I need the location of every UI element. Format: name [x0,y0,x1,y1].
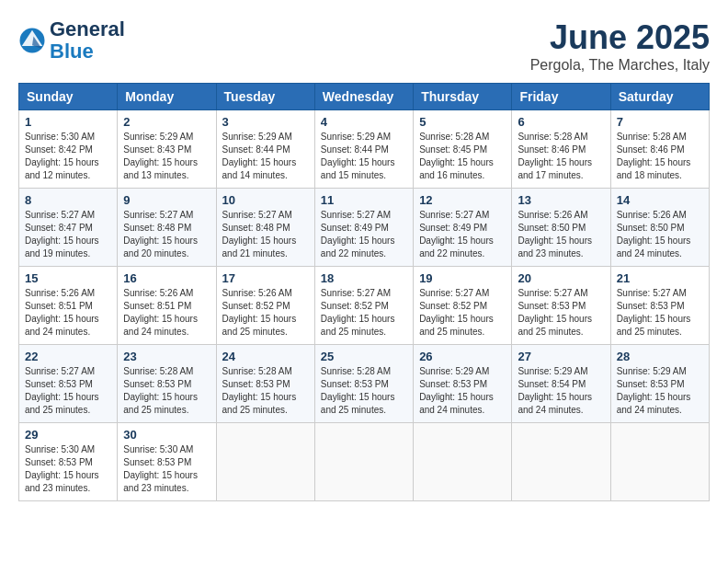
table-row: 4 Sunrise: 5:29 AM Sunset: 8:44 PM Dayli… [314,110,413,189]
sunrise: Sunrise: 5:27 AM [222,210,292,220]
daylight: Daylight: 15 hours and 25 minutes. [222,314,297,337]
table-row: 22 Sunrise: 5:27 AM Sunset: 8:53 PM Dayl… [19,345,118,423]
day-number: 24 [222,350,309,363]
sunset: Sunset: 8:44 PM [321,144,389,155]
sunrise: Sunrise: 5:29 AM [518,366,587,376]
table-row: 15 Sunrise: 5:26 AM Sunset: 8:51 PM Dayl… [19,267,118,345]
day-info: Sunrise: 5:29 AM Sunset: 8:54 PM Dayligh… [518,365,604,417]
sunset: Sunset: 8:49 PM [321,223,389,233]
table-row: 18 Sunrise: 5:27 AM Sunset: 8:52 PM Dayl… [314,267,413,345]
sunrise: Sunrise: 5:29 AM [222,132,292,142]
daylight: Daylight: 15 hours and 22 minutes. [321,236,395,259]
table-row: 9 Sunrise: 5:27 AM Sunset: 8:48 PM Dayli… [118,189,216,267]
day-number: 16 [123,271,210,285]
page-header: General Blue June 2025 Pergola, The Marc… [18,18,710,74]
sunset: Sunset: 8:48 PM [123,223,191,233]
header-tuesday: Tuesday [216,84,314,110]
table-row [216,423,314,501]
day-number: 3 [222,115,309,129]
sunset: Sunset: 8:51 PM [123,301,191,311]
day-info: Sunrise: 5:27 AM Sunset: 8:53 PM Dayligh… [25,365,111,417]
daylight: Daylight: 15 hours and 24 minutes. [518,392,592,415]
sunrise: Sunrise: 5:28 AM [419,132,489,142]
daylight: Daylight: 15 hours and 24 minutes. [617,392,691,415]
day-info: Sunrise: 5:27 AM Sunset: 8:52 PM Dayligh… [419,287,506,339]
day-number: 13 [518,193,604,207]
day-number: 22 [25,350,111,363]
day-number: 7 [617,115,703,129]
sunrise: Sunrise: 5:26 AM [518,210,587,220]
daylight: Daylight: 15 hours and 25 minutes. [222,392,297,415]
table-row [314,423,413,501]
calendar-header-row: Sunday Monday Tuesday Wednesday Thursday… [19,84,710,110]
sunrise: Sunrise: 5:26 AM [617,210,687,220]
logo-icon [18,27,46,54]
day-number: 14 [617,193,703,207]
day-info: Sunrise: 5:30 AM Sunset: 8:53 PM Dayligh… [123,443,210,495]
day-info: Sunrise: 5:29 AM Sunset: 8:43 PM Dayligh… [123,131,210,182]
sunrise: Sunrise: 5:28 AM [321,366,391,376]
day-number: 12 [419,193,506,207]
location-title: Pergola, The Marches, Italy [530,57,710,74]
logo-line1: General [50,18,125,40]
table-row: 26 Sunrise: 5:29 AM Sunset: 8:53 PM Dayl… [414,345,512,423]
day-info: Sunrise: 5:28 AM Sunset: 8:53 PM Dayligh… [222,365,309,417]
month-title: June 2025 [530,18,710,57]
sunrise: Sunrise: 5:28 AM [123,366,193,376]
table-row [512,423,610,501]
daylight: Daylight: 15 hours and 24 minutes. [617,236,691,259]
daylight: Daylight: 15 hours and 16 minutes. [419,157,494,180]
day-info: Sunrise: 5:28 AM Sunset: 8:45 PM Dayligh… [419,131,506,182]
day-number: 2 [123,115,210,129]
sunrise: Sunrise: 5:26 AM [25,288,95,298]
daylight: Daylight: 15 hours and 23 minutes. [25,470,99,493]
day-number: 19 [419,271,506,285]
calendar-week-row: 15 Sunrise: 5:26 AM Sunset: 8:51 PM Dayl… [19,267,710,345]
daylight: Daylight: 15 hours and 15 minutes. [321,157,395,180]
day-info: Sunrise: 5:30 AM Sunset: 8:53 PM Dayligh… [25,443,111,495]
day-number: 4 [321,115,407,129]
day-info: Sunrise: 5:27 AM Sunset: 8:52 PM Dayligh… [321,287,407,339]
table-row: 3 Sunrise: 5:29 AM Sunset: 8:44 PM Dayli… [216,110,314,189]
table-row: 1 Sunrise: 5:30 AM Sunset: 8:42 PM Dayli… [19,110,118,189]
day-info: Sunrise: 5:27 AM Sunset: 8:53 PM Dayligh… [518,287,604,339]
day-info: Sunrise: 5:29 AM Sunset: 8:53 PM Dayligh… [419,365,506,417]
table-row: 16 Sunrise: 5:26 AM Sunset: 8:51 PM Dayl… [118,267,216,345]
day-info: Sunrise: 5:26 AM Sunset: 8:51 PM Dayligh… [123,287,210,339]
sunrise: Sunrise: 5:30 AM [123,444,193,454]
sunset: Sunset: 8:53 PM [518,301,586,311]
table-row: 14 Sunrise: 5:26 AM Sunset: 8:50 PM Dayl… [610,189,709,267]
sunrise: Sunrise: 5:27 AM [123,210,193,220]
header-monday: Monday [118,84,216,110]
day-info: Sunrise: 5:28 AM Sunset: 8:53 PM Dayligh… [123,365,210,417]
table-row: 8 Sunrise: 5:27 AM Sunset: 8:47 PM Dayli… [19,189,118,267]
sunset: Sunset: 8:53 PM [321,379,389,389]
sunset: Sunset: 8:50 PM [617,223,685,233]
day-number: 5 [419,115,506,129]
sunrise: Sunrise: 5:27 AM [25,210,95,220]
sunset: Sunset: 8:42 PM [25,144,93,155]
daylight: Daylight: 15 hours and 24 minutes. [25,314,99,337]
sunrise: Sunrise: 5:27 AM [25,366,95,376]
daylight: Daylight: 15 hours and 25 minutes. [419,314,494,337]
daylight: Daylight: 15 hours and 25 minutes. [123,392,198,415]
daylight: Daylight: 15 hours and 18 minutes. [617,157,691,180]
sunrise: Sunrise: 5:27 AM [321,210,391,220]
table-row: 25 Sunrise: 5:28 AM Sunset: 8:53 PM Dayl… [314,345,413,423]
sunrise: Sunrise: 5:28 AM [617,132,687,142]
day-number: 28 [617,350,703,363]
sunset: Sunset: 8:44 PM [222,144,290,155]
day-info: Sunrise: 5:26 AM Sunset: 8:50 PM Dayligh… [617,209,703,260]
day-number: 10 [222,193,309,207]
sunset: Sunset: 8:53 PM [222,379,290,389]
sunrise: Sunrise: 5:30 AM [25,444,95,454]
day-number: 6 [518,115,604,129]
table-row: 11 Sunrise: 5:27 AM Sunset: 8:49 PM Dayl… [314,189,413,267]
table-row: 21 Sunrise: 5:27 AM Sunset: 8:53 PM Dayl… [610,267,709,345]
day-info: Sunrise: 5:27 AM Sunset: 8:49 PM Dayligh… [419,209,506,260]
daylight: Daylight: 15 hours and 12 minutes. [25,157,99,180]
daylight: Daylight: 15 hours and 17 minutes. [518,157,592,180]
table-row: 19 Sunrise: 5:27 AM Sunset: 8:52 PM Dayl… [414,267,512,345]
table-row [414,423,512,501]
table-row: 24 Sunrise: 5:28 AM Sunset: 8:53 PM Dayl… [216,345,314,423]
